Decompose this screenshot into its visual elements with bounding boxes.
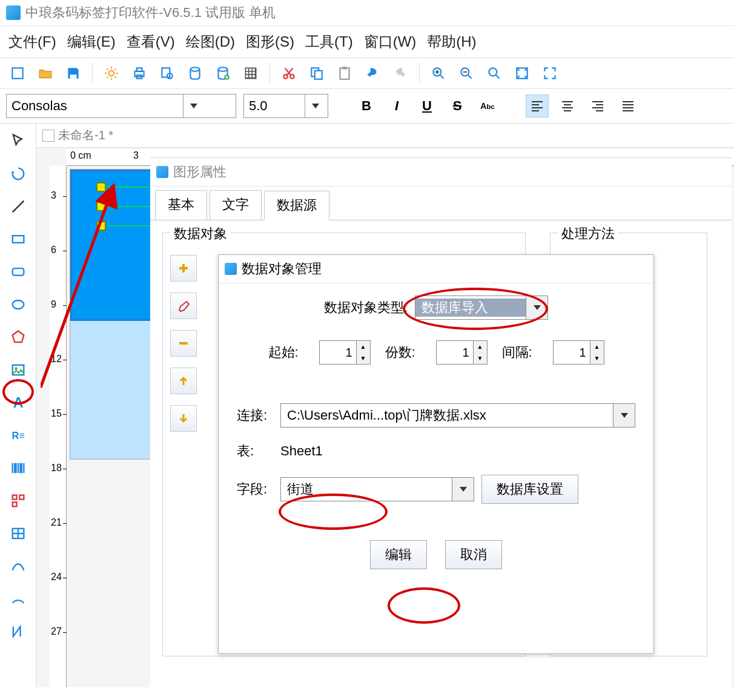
spin-down[interactable]: ▼ bbox=[357, 352, 370, 364]
round-rect-tool[interactable] bbox=[5, 259, 31, 285]
grid-icon[interactable] bbox=[239, 62, 262, 85]
zoom-in-icon[interactable] bbox=[427, 62, 450, 85]
edit-button-side[interactable] bbox=[170, 292, 197, 319]
menu-help[interactable]: 帮助(H) bbox=[427, 32, 476, 51]
curve-tool[interactable] bbox=[5, 553, 31, 579]
fit-window-icon[interactable] bbox=[511, 62, 534, 85]
start-spin[interactable]: ▲▼ bbox=[319, 340, 371, 365]
new-icon[interactable] bbox=[6, 62, 29, 85]
svg-point-8 bbox=[190, 67, 199, 71]
table-label: 表: bbox=[237, 442, 273, 460]
resize-handle[interactable] bbox=[96, 182, 106, 192]
svg-point-2 bbox=[109, 71, 114, 76]
print-icon[interactable] bbox=[128, 62, 151, 85]
copies-input[interactable] bbox=[437, 341, 473, 364]
zoom-fit-icon[interactable] bbox=[483, 62, 506, 85]
fullscreen-icon[interactable] bbox=[538, 62, 561, 85]
paste-icon[interactable] bbox=[333, 62, 356, 85]
tab-text[interactable]: 文字 bbox=[210, 190, 262, 220]
remove-button[interactable] bbox=[170, 330, 197, 357]
rotate-tool[interactable] bbox=[5, 161, 31, 187]
spin-up[interactable]: ▲ bbox=[590, 341, 604, 352]
menu-file[interactable]: 文件(F) bbox=[8, 32, 56, 51]
resize-handle[interactable] bbox=[96, 221, 106, 231]
menu-tool[interactable]: 工具(T) bbox=[305, 32, 353, 51]
resize-handle[interactable] bbox=[96, 202, 106, 211]
print-preview-icon[interactable] bbox=[156, 62, 179, 85]
undo-icon[interactable] bbox=[361, 62, 384, 85]
db-settings-button[interactable]: 数据库设置 bbox=[481, 475, 578, 504]
field-select[interactable]: 街道 bbox=[280, 477, 474, 501]
superscript-button[interactable]: Abc bbox=[476, 94, 499, 117]
database-add-icon[interactable] bbox=[211, 62, 234, 85]
text-tool[interactable]: A bbox=[5, 390, 31, 415]
ellipse-tool[interactable] bbox=[5, 292, 31, 317]
menu-view[interactable]: 查看(V) bbox=[127, 32, 175, 51]
polygon-tool[interactable] bbox=[5, 325, 31, 350]
align-left-button[interactable] bbox=[526, 94, 549, 117]
document-tab[interactable]: 未命名-1 * bbox=[36, 124, 734, 148]
line-tool[interactable] bbox=[5, 194, 31, 219]
tab-datasource[interactable]: 数据源 bbox=[264, 191, 329, 220]
menu-shape[interactable]: 图形(S) bbox=[246, 32, 294, 51]
move-up-button[interactable] bbox=[170, 368, 197, 394]
align-justify-button[interactable] bbox=[617, 94, 640, 117]
conn-select[interactable]: C:\Users\Admi...top\门牌数据.xlsx bbox=[280, 403, 635, 428]
menu-window[interactable]: 窗口(W) bbox=[364, 32, 417, 51]
chevron-down-icon[interactable] bbox=[305, 94, 325, 117]
start-label: 起始: bbox=[268, 343, 305, 362]
arc-tool[interactable] bbox=[5, 586, 31, 612]
align-center-button[interactable] bbox=[556, 94, 579, 117]
font-input[interactable] bbox=[7, 94, 183, 117]
cut-icon[interactable] bbox=[277, 62, 300, 85]
chevron-down-icon[interactable] bbox=[452, 478, 474, 501]
dialog-icon bbox=[225, 263, 237, 275]
zoom-out-icon[interactable] bbox=[455, 62, 478, 85]
process-method-legend: 处理方法 bbox=[558, 225, 618, 243]
qrcode-tool[interactable] bbox=[5, 488, 31, 513]
spin-down[interactable]: ▼ bbox=[590, 352, 604, 364]
cancel-button[interactable]: 取消 bbox=[445, 540, 502, 569]
spin-up[interactable]: ▲ bbox=[474, 341, 487, 352]
interval-input[interactable] bbox=[554, 341, 590, 364]
copy-icon[interactable] bbox=[305, 62, 328, 85]
menu-draw[interactable]: 绘图(D) bbox=[186, 32, 235, 51]
save-icon[interactable] bbox=[62, 62, 85, 85]
gear-icon[interactable] bbox=[100, 62, 123, 85]
field-value: 街道 bbox=[281, 480, 452, 498]
font-combo[interactable] bbox=[6, 94, 236, 118]
image-tool[interactable] bbox=[5, 357, 31, 383]
panel-tabs: 基本 文字 数据源 bbox=[150, 187, 732, 220]
bold-button[interactable]: B bbox=[355, 94, 378, 117]
chevron-down-icon[interactable] bbox=[183, 94, 203, 117]
tab-basic[interactable]: 基本 bbox=[155, 190, 207, 220]
edit-button[interactable]: 编辑 bbox=[370, 540, 427, 569]
italic-button[interactable]: I bbox=[385, 94, 408, 117]
menubar: 文件(F) 编辑(E) 查看(V) 绘图(D) 图形(S) 工具(T) 窗口(W… bbox=[0, 26, 734, 58]
size-input[interactable] bbox=[244, 94, 305, 117]
spin-up[interactable]: ▲ bbox=[357, 341, 370, 352]
path-tool[interactable] bbox=[5, 619, 31, 644]
start-input[interactable] bbox=[320, 341, 356, 364]
type-select[interactable]: 数据库导入 bbox=[415, 296, 548, 320]
barcode-tool[interactable] bbox=[5, 455, 31, 481]
chevron-down-icon[interactable] bbox=[613, 404, 635, 427]
rect-tool[interactable] bbox=[5, 226, 31, 252]
redo-icon[interactable] bbox=[389, 62, 412, 85]
open-icon[interactable] bbox=[34, 62, 57, 85]
table-tool[interactable] bbox=[5, 521, 31, 546]
underline-button[interactable]: U bbox=[415, 94, 438, 117]
spin-down[interactable]: ▼ bbox=[474, 352, 487, 364]
add-button[interactable] bbox=[170, 255, 197, 282]
richtext-tool[interactable]: R≡ bbox=[5, 423, 31, 448]
menu-edit[interactable]: 编辑(E) bbox=[67, 32, 116, 51]
chevron-down-icon[interactable] bbox=[526, 296, 547, 319]
move-down-button[interactable] bbox=[170, 405, 197, 432]
interval-spin[interactable]: ▲▼ bbox=[553, 340, 604, 365]
strike-button[interactable]: S bbox=[446, 94, 469, 117]
align-right-button[interactable] bbox=[586, 94, 609, 117]
select-tool[interactable] bbox=[5, 128, 31, 154]
size-combo[interactable] bbox=[243, 94, 328, 118]
database-icon[interactable] bbox=[183, 62, 207, 85]
copies-spin[interactable]: ▲▼ bbox=[436, 340, 488, 365]
